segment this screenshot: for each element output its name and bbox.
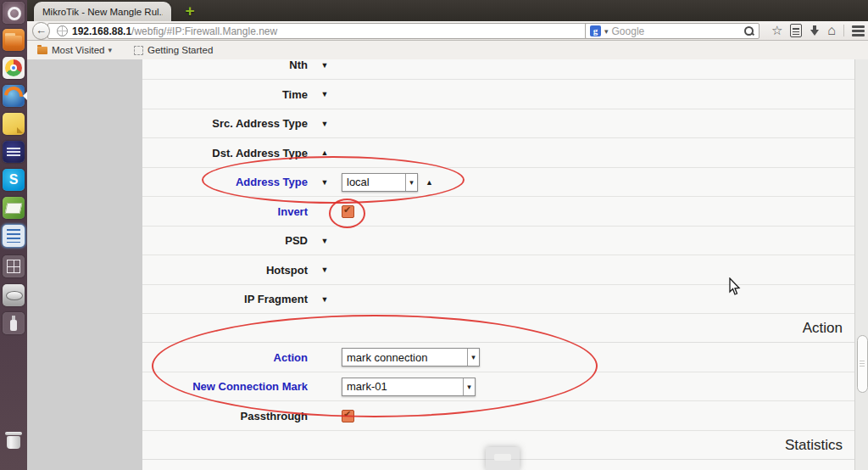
form-row-invert: Invert (142, 197, 854, 227)
expand-arrow-icon[interactable]: ▼ (308, 61, 342, 70)
chevron-down-icon: ▾ (108, 46, 112, 54)
bookmark-getting-started[interactable]: Getting Started (129, 43, 218, 57)
faint-overlay-panel (486, 447, 520, 470)
chromium-icon[interactable] (3, 57, 25, 79)
row-label: IP Fragment (142, 293, 308, 305)
row-label: Time (142, 88, 308, 101)
bookmark-most-visited[interactable]: Most Visited ▾ (32, 43, 117, 57)
form-row-ip-fragment: IP Fragment ▼ (142, 285, 854, 314)
section-title: Action (803, 320, 843, 337)
section-title: Statistics (785, 437, 843, 454)
url-path: /webfig/#IP:Firewall.Mangle.new (131, 25, 277, 37)
form-row-src-address-type: Src. Address Type ▼ (142, 109, 854, 138)
bookmark-label: Most Visited (52, 45, 104, 55)
tab-title: MikroTik - New Mangle Rul... (42, 7, 163, 17)
dictionary-icon[interactable] (3, 197, 25, 219)
row-label: Src. Address Type (142, 117, 308, 130)
form-row-psd: PSD ▼ (142, 227, 854, 255)
dash-home-icon[interactable] (3, 2, 25, 24)
active-tab[interactable]: MikroTik - New Mangle Rul... (34, 2, 171, 21)
workspace-switcher-icon[interactable] (3, 255, 25, 277)
skype-icon[interactable]: S (3, 169, 25, 191)
url-domain: 192.168.88.1 (72, 25, 131, 37)
annotation-ellipse-address-type (202, 156, 465, 204)
row-label: Invert (142, 205, 308, 218)
annotation-ellipse-invert (329, 199, 365, 228)
usb-drive-icon[interactable] (3, 312, 25, 334)
search-placeholder: Google (612, 25, 645, 37)
expand-arrow-icon[interactable]: ▼ (308, 266, 342, 274)
new-tab-button[interactable]: + (180, 3, 200, 20)
folder-icon (37, 47, 47, 54)
form-row-nth: Nth ▼ (142, 59, 854, 80)
url-bar[interactable]: 192.168.88.1 /webfig/#IP:Firewall.Mangle… (47, 23, 614, 39)
expand-arrow-icon[interactable]: ▼ (308, 295, 342, 304)
row-label: Nth (142, 59, 308, 71)
bookmark-star-icon[interactable] (771, 23, 782, 38)
annotation-ellipse-action (152, 315, 598, 417)
search-engine-dropdown-icon[interactable]: ▾ (604, 27, 609, 36)
expand-arrow-icon[interactable]: ▼ (308, 90, 342, 98)
downloads-icon[interactable] (810, 25, 820, 36)
back-button[interactable]: ← (32, 22, 50, 40)
favicon-placeholder-icon (134, 46, 143, 55)
home-icon[interactable] (827, 23, 836, 38)
document-viewer-icon[interactable] (3, 225, 25, 247)
page-left-gutter (27, 59, 142, 470)
scrollbar-thumb[interactable] (857, 335, 868, 393)
bookmarks-bar: Most Visited ▾ Getting Started (27, 41, 868, 60)
row-label: PSD (142, 234, 308, 247)
eclipse-icon[interactable] (3, 141, 25, 163)
google-favicon-icon: g (590, 25, 601, 36)
form-row-hotspot: Hotspot ▼ (142, 255, 854, 285)
bookmarks-menu-icon[interactable] (790, 24, 802, 37)
sticky-notes-icon[interactable] (3, 113, 25, 135)
row-label: Hotspot (142, 264, 308, 277)
search-input[interactable]: g ▾ Google (585, 23, 760, 39)
toolbar-separator (843, 25, 844, 36)
scrollbar-track[interactable] (854, 59, 868, 470)
menu-hamburger-icon[interactable] (852, 25, 865, 36)
tab-bar: MikroTik - New Mangle Rul... + (27, 0, 868, 21)
trash-icon[interactable] (3, 429, 25, 451)
firefox-icon[interactable] (3, 85, 25, 107)
files-icon[interactable] (3, 29, 25, 51)
expand-arrow-icon[interactable]: ▼ (308, 120, 342, 128)
hard-disk-icon[interactable] (3, 284, 25, 306)
form-row-time: Time ▼ (142, 80, 854, 109)
bookmark-label: Getting Started (147, 45, 213, 55)
navigation-toolbar: ← 192.168.88.1 /webfig/#IP:Firewall.Mang… (27, 21, 868, 41)
expand-arrow-icon[interactable]: ▼ (308, 237, 342, 245)
mouse-cursor (729, 277, 742, 296)
site-globe-icon (57, 25, 68, 36)
focused-app-arrow (23, 92, 27, 100)
search-icon[interactable] (744, 26, 754, 36)
unity-launcher: S (0, 0, 27, 470)
